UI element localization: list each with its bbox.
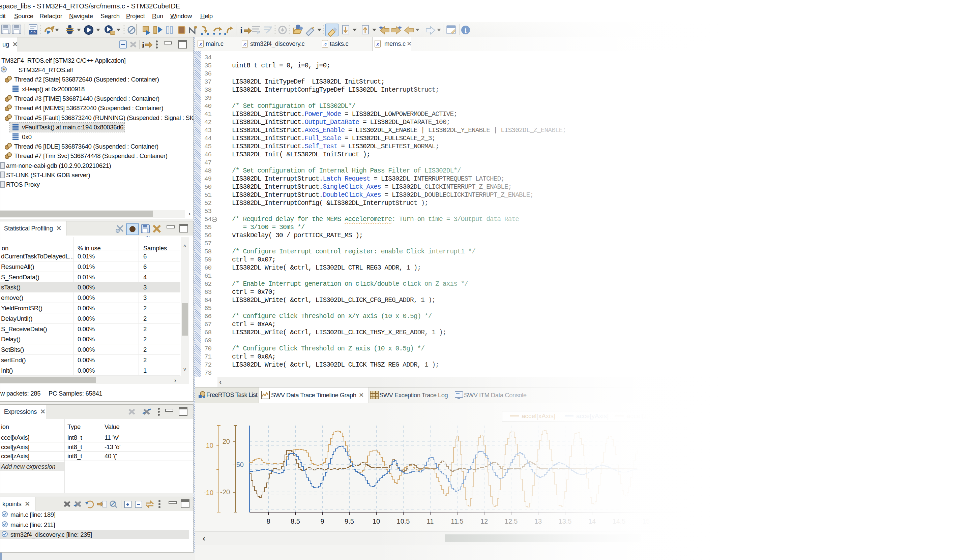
svg-text:14.5: 14.5 — [613, 518, 626, 525]
svg-text:12: 12 — [480, 518, 488, 525]
svg-text:10: 10 — [373, 518, 380, 525]
svg-text:13: 13 — [535, 518, 542, 525]
svg-text:i: i — [240, 25, 243, 35]
svg-text:-20: -20 — [220, 488, 230, 496]
svg-text:20: 20 — [222, 438, 230, 445]
svg-text:50: 50 — [236, 461, 244, 468]
svg-text:8.5: 8.5 — [291, 518, 300, 525]
svg-text:10: 10 — [206, 442, 214, 449]
svg-text:010: 010 — [30, 31, 35, 34]
svg-text:14: 14 — [588, 518, 596, 525]
svg-text:-10: -10 — [204, 489, 214, 496]
svg-text:12.5: 12.5 — [505, 518, 518, 525]
svg-text:i: i — [142, 40, 144, 49]
svg-text:11.5: 11.5 — [451, 518, 463, 525]
svg-text:i: i — [465, 27, 466, 34]
svg-text:15: 15 — [642, 518, 650, 525]
svg-text:13.5: 13.5 — [559, 518, 572, 525]
svg-text:11: 11 — [427, 518, 434, 525]
svg-text:9: 9 — [320, 518, 324, 525]
svg-text:10.5: 10.5 — [397, 518, 410, 525]
svg-text:9.5: 9.5 — [344, 518, 354, 525]
svg-text:8: 8 — [266, 518, 270, 525]
